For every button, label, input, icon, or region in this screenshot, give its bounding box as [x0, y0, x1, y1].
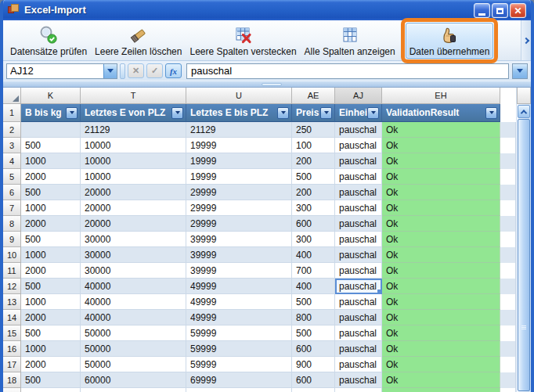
row-header-8[interactable]: 8: [3, 216, 21, 232]
cell-validation-result[interactable]: Ok: [382, 357, 500, 372]
row-header-1[interactable]: 1: [3, 104, 21, 122]
cell[interactable]: 500: [21, 232, 81, 247]
cell[interactable]: 19999: [186, 169, 292, 185]
field-header-letztes-e-von-plz[interactable]: Letztes E von PLZ: [81, 104, 186, 122]
cell[interactable]: 500: [292, 325, 335, 341]
cell[interactable]: 500: [292, 294, 335, 310]
cell-validation-result[interactable]: Ok: [382, 388, 500, 392]
cell[interactable]: pauschal: [335, 357, 382, 372]
cell[interactable]: 250: [292, 122, 335, 138]
cell[interactable]: 600: [292, 372, 335, 388]
cell[interactable]: 600: [292, 341, 335, 357]
cell[interactable]: pauschal: [335, 153, 382, 169]
cell-validation-result[interactable]: Ok: [382, 279, 500, 294]
cell-validation-result[interactable]: Ok: [382, 122, 500, 138]
formula-expand-button[interactable]: [513, 64, 527, 78]
cell[interactable]: 20000: [81, 200, 186, 216]
cell-validation-result[interactable]: Ok: [382, 185, 500, 200]
row-header-15[interactable]: 15: [3, 325, 21, 341]
toolbar-overflow-button[interactable]: [521, 20, 531, 60]
maximize-button[interactable]: [492, 3, 508, 18]
cell[interactable]: pauschal: [335, 122, 382, 138]
cell-reference-input[interactable]: [7, 64, 103, 78]
cell[interactable]: 39999: [186, 247, 292, 263]
confirm-entry-button[interactable]: ✓: [146, 63, 163, 78]
cell[interactable]: 49999: [186, 279, 292, 294]
cell[interactable]: 700: [292, 388, 335, 392]
cell[interactable]: 20000: [81, 216, 186, 232]
cell[interactable]: 10000: [81, 138, 186, 153]
cell[interactable]: pauschal: [335, 185, 382, 200]
filter-dropdown-button[interactable]: [320, 107, 332, 119]
cell[interactable]: pauschal: [335, 216, 382, 232]
field-header-letztes-e-bis-plz[interactable]: Letztes E bis PLZ: [186, 104, 292, 122]
cell-validation-result[interactable]: Ok: [382, 294, 500, 310]
cell[interactable]: 39999: [186, 263, 292, 279]
minimize-button[interactable]: [474, 3, 490, 18]
cancel-entry-button[interactable]: ✕: [128, 63, 144, 78]
row-header-19[interactable]: 19: [3, 388, 21, 392]
cell[interactable]: 59999: [186, 357, 292, 372]
insert-function-button[interactable]: fx: [165, 63, 182, 78]
cell[interactable]: 20000: [81, 185, 186, 200]
cell[interactable]: 2000: [21, 169, 81, 185]
cell[interactable]: pauschal: [335, 279, 382, 294]
toolbar-button-leere-spalten-verstecken[interactable]: Leere Spalten verstecken: [186, 23, 300, 59]
cell[interactable]: pauschal: [335, 169, 382, 185]
cell[interactable]: 30000: [81, 263, 186, 279]
cell-validation-result[interactable]: Ok: [382, 372, 500, 388]
cell-validation-result[interactable]: Ok: [382, 310, 500, 325]
cell[interactable]: 2000: [21, 310, 81, 325]
toolbar-button-daten-übernehmen[interactable]: Daten übernehmen: [406, 23, 494, 59]
cell[interactable]: 60000: [81, 388, 186, 392]
row-header-4[interactable]: 4: [3, 153, 21, 169]
cell-validation-result[interactable]: Ok: [382, 169, 500, 185]
cell[interactable]: 600: [292, 216, 335, 232]
cell[interactable]: 29999: [186, 185, 292, 200]
cell[interactable]: 59999: [186, 325, 292, 341]
toolbar-button-alle-spalten-anzeigen[interactable]: Alle Spalten anzeigen: [301, 23, 399, 59]
cell[interactable]: 19999: [186, 138, 292, 153]
cell-validation-result[interactable]: Ok: [382, 138, 500, 153]
cell[interactable]: 1000: [21, 247, 81, 263]
cell[interactable]: 2000: [21, 263, 81, 279]
cell[interactable]: 1000: [21, 294, 81, 310]
select-all-corner[interactable]: [3, 88, 21, 104]
cell[interactable]: 50000: [81, 341, 186, 357]
cell[interactable]: pauschal: [335, 263, 382, 279]
cell[interactable]: 39999: [186, 232, 292, 247]
cell[interactable]: pauschal: [335, 372, 382, 388]
scroll-up-button[interactable]: [518, 105, 530, 118]
filter-dropdown-button[interactable]: [66, 107, 78, 119]
scrollbar-thumb[interactable]: [518, 119, 530, 391]
filter-dropdown-button[interactable]: [367, 107, 379, 119]
field-header-validationresult[interactable]: ValidationResult: [382, 104, 500, 122]
column-header-EH[interactable]: EH: [382, 88, 500, 104]
cell[interactable]: [21, 122, 81, 138]
cell[interactable]: 69999: [186, 388, 292, 392]
cell[interactable]: 300: [292, 232, 335, 247]
cell-validation-result[interactable]: Ok: [382, 247, 500, 263]
cell[interactable]: 10000: [81, 169, 186, 185]
cell[interactable]: 1000: [21, 388, 81, 392]
cell[interactable]: 200: [292, 185, 335, 200]
cell-validation-result[interactable]: Ok: [382, 200, 500, 216]
formula-bar-grip[interactable]: [120, 63, 125, 79]
cell[interactable]: 2000: [21, 216, 81, 232]
cell[interactable]: 2000: [21, 357, 81, 372]
filter-dropdown-button[interactable]: [277, 107, 289, 119]
cell[interactable]: 500: [21, 372, 81, 388]
cell[interactable]: 21129: [186, 122, 292, 138]
row-header-2[interactable]: 2: [3, 122, 21, 138]
filter-dropdown-button[interactable]: [171, 107, 183, 119]
cell[interactable]: 10000: [81, 153, 186, 169]
cell[interactable]: 500: [292, 169, 335, 185]
row-header-9[interactable]: 9: [3, 232, 21, 247]
row-header-12[interactable]: 12: [3, 279, 21, 294]
cell[interactable]: pauschal: [335, 310, 382, 325]
cell[interactable]: 40000: [81, 310, 186, 325]
cell[interactable]: 200: [292, 153, 335, 169]
cell-validation-result[interactable]: Ok: [382, 325, 500, 341]
cell[interactable]: pauschal: [335, 232, 382, 247]
row-header-3[interactable]: 3: [3, 138, 21, 153]
